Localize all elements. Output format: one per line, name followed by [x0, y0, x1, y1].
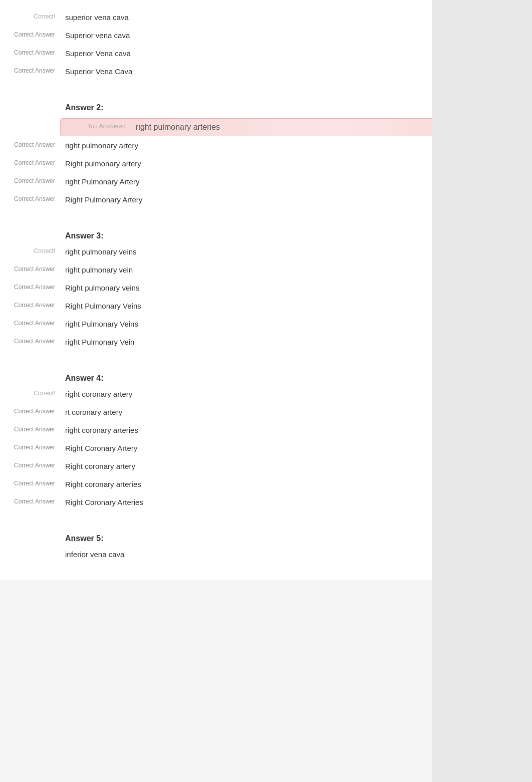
answer-text: Right Coronary Arteries	[65, 498, 143, 506]
answer-text: right Pulmonary Vein	[65, 338, 134, 346]
answer-text: right pulmonary artery	[65, 141, 138, 150]
you-answered-text: right pulmonary arteries	[136, 123, 220, 132]
correct-answer-label: Correct Answer	[0, 498, 65, 505]
answer-text: Right Coronary Artery	[65, 444, 137, 452]
answer-text: right pulmonary veins	[65, 247, 137, 256]
answer-text: Right pulmonary artery	[65, 159, 141, 168]
correct-answer-label: Correct Answer	[0, 462, 65, 469]
you-answered-label: You Answered	[71, 123, 136, 130]
answer-text: Right pulmonary veins	[65, 284, 139, 292]
correct-answer-label: Correct Answer	[0, 177, 65, 184]
correct-bang-label: Correct!	[0, 390, 65, 397]
answer-text: Right Pulmonary Artery	[65, 195, 142, 204]
answer-text: right coronary artery	[65, 390, 132, 398]
answer-text: Superior Vena cava	[65, 49, 131, 58]
correct-answer-label: Correct Answer	[0, 338, 65, 345]
correct-answer-label: Correct Answer	[0, 444, 65, 451]
correct-answer-label: Correct Answer	[0, 67, 65, 74]
correct-answer-label: Correct Answer	[0, 426, 65, 433]
answer-text: inferior vena cava	[65, 550, 124, 559]
correct-answer-label: Correct Answer	[0, 141, 65, 148]
correct-answer-label: Correct Answer	[0, 408, 65, 415]
correct-answer-label: Correct Answer	[0, 480, 65, 487]
correct-answer-label: Correct Answer	[0, 320, 65, 327]
correct-bang-label: Correct!	[0, 247, 65, 254]
answer-text: right Pulmonary Artery	[65, 177, 139, 186]
answer-text: Right coronary artery	[65, 462, 135, 470]
answer-text: Superior Vena Cava	[65, 67, 132, 76]
correct-answer-label: Correct Answer	[0, 49, 65, 56]
page-container: Correct! superior vena cava Correct Answ…	[0, 0, 532, 580]
answer-text: right Pulmonary Veins	[65, 320, 138, 328]
answer-text: Superior vena cava	[65, 31, 130, 40]
correct-label: Correct!	[0, 13, 65, 20]
answer-text: rt coronary artery	[65, 408, 122, 416]
answer-text: Right coronary arteries	[65, 480, 141, 488]
right-sidebar	[432, 0, 532, 782]
correct-answer-label: Correct Answer	[0, 284, 65, 291]
answer-text: superior vena cava	[65, 13, 129, 22]
correct-answer-label: Correct Answer	[0, 302, 65, 309]
correct-answer-label: Correct Answer	[0, 195, 65, 202]
correct-answer-label: Correct Answer	[0, 159, 65, 166]
answer-text: right coronary arteries	[65, 426, 138, 434]
answer-text: right pulmonary vein	[65, 266, 133, 274]
answer-text: Right Pulmonary Veins	[65, 302, 141, 310]
correct-answer-label: Correct Answer	[0, 31, 65, 38]
correct-answer-label: Correct Answer	[0, 266, 65, 273]
